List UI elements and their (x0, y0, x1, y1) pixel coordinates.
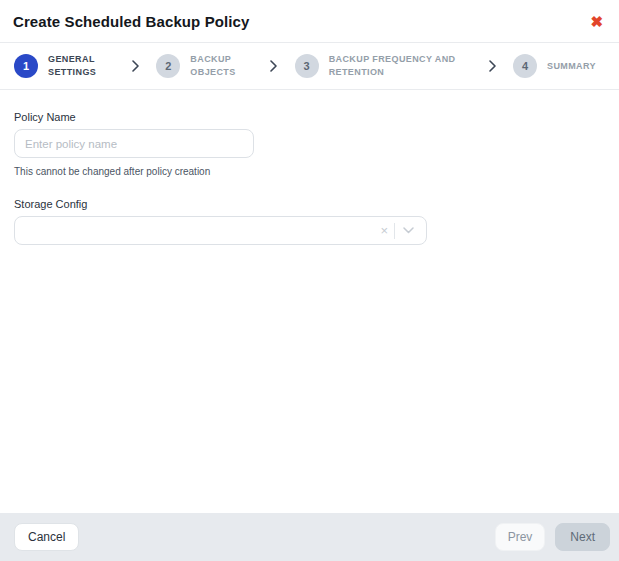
modal-body: Policy Name This cannot be changed after… (0, 90, 619, 513)
next-button[interactable]: Next (555, 523, 610, 551)
step-number-badge: 3 (295, 54, 319, 78)
policy-name-input[interactable] (14, 129, 254, 158)
step-number-badge: 1 (14, 54, 38, 78)
modal-title: Create Scheduled Backup Policy (13, 13, 249, 30)
step-label: GENERAL SETTINGS (48, 53, 114, 78)
modal-header: Create Scheduled Backup Policy ✖ (0, 0, 619, 43)
wizard-stepper: 1 GENERAL SETTINGS 2 BACKUP OBJECTS 3 BA… (0, 43, 619, 90)
storage-config-label: Storage Config (14, 198, 605, 210)
policy-name-helper-text: This cannot be changed after policy crea… (14, 166, 605, 177)
create-backup-policy-modal: Create Scheduled Backup Policy ✖ 1 GENER… (0, 0, 619, 561)
step-number-badge: 4 (513, 54, 537, 78)
close-icon[interactable]: ✖ (587, 12, 606, 31)
chevron-right-icon (114, 60, 156, 72)
storage-config-select[interactable]: × (14, 216, 427, 245)
storage-config-field-group: Storage Config × (14, 198, 605, 245)
step-summary[interactable]: 4 SUMMARY (513, 54, 605, 78)
step-general-settings[interactable]: 1 GENERAL SETTINGS (14, 53, 114, 78)
policy-name-field-group: Policy Name This cannot be changed after… (14, 111, 605, 177)
step-label: BACKUP OBJECTS (190, 53, 252, 78)
cancel-button[interactable]: Cancel (14, 523, 79, 551)
chevron-right-icon (252, 60, 294, 72)
modal-footer: Cancel Prev Next (0, 513, 619, 561)
clear-icon[interactable]: × (374, 224, 394, 237)
step-number-badge: 2 (156, 54, 180, 78)
step-label: BACKUP FREQUENCY AND RETENTION (329, 53, 471, 78)
step-label: SUMMARY (547, 60, 605, 73)
chevron-down-icon[interactable] (395, 227, 418, 234)
prev-button[interactable]: Prev (495, 523, 546, 551)
step-backup-frequency-retention[interactable]: 3 BACKUP FREQUENCY AND RETENTION (295, 53, 471, 78)
chevron-right-icon (471, 60, 513, 72)
step-backup-objects[interactable]: 2 BACKUP OBJECTS (156, 53, 252, 78)
policy-name-label: Policy Name (14, 111, 605, 123)
